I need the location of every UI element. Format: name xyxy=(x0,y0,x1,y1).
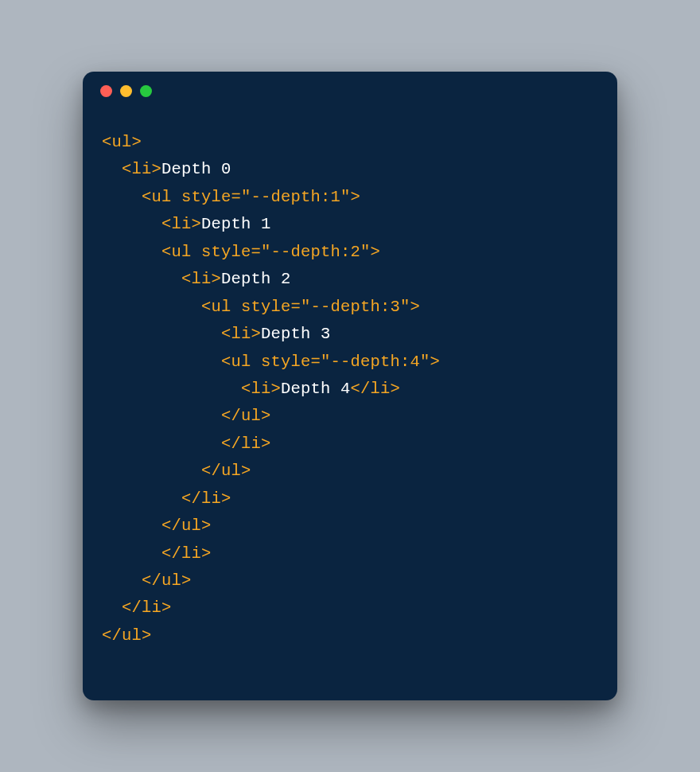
token-tag: = xyxy=(231,188,242,206)
maximize-icon[interactable] xyxy=(140,85,152,97)
code-line: </ul> xyxy=(102,403,598,430)
token-tag: </li> xyxy=(122,598,172,617)
token-tag: = xyxy=(251,243,262,261)
token-tag: > xyxy=(430,353,441,371)
code-line: </ul> xyxy=(102,513,598,540)
code-line: </ul> xyxy=(102,458,598,485)
token-tag: <ul xyxy=(221,353,261,371)
token-tag: </li> xyxy=(221,435,271,453)
token-tag: <ul xyxy=(142,188,181,206)
token-tag: </ul> xyxy=(102,626,152,645)
code-line: </li> xyxy=(102,540,598,567)
token-text: Depth 4 xyxy=(281,380,351,398)
code-block: <ul> <li>Depth 0 <ul style="--depth:1"> … xyxy=(83,110,617,669)
token-tag: <li> xyxy=(161,215,201,233)
code-line: <ul> xyxy=(102,129,598,156)
token-text: Depth 1 xyxy=(201,215,271,233)
token-tag: </ul> xyxy=(142,571,192,590)
token-str: "--depth:3" xyxy=(301,298,410,316)
titlebar xyxy=(83,72,617,110)
close-icon[interactable] xyxy=(100,85,112,97)
code-line: <li>Depth 3 xyxy=(102,321,598,348)
token-tag: <li> xyxy=(241,380,281,398)
code-window: <ul> <li>Depth 0 <ul style="--depth:1"> … xyxy=(83,72,617,700)
token-text: Depth 0 xyxy=(161,160,231,178)
token-tag: <ul xyxy=(201,298,241,316)
token-attr: style xyxy=(261,353,311,371)
code-line: <li>Depth 1 xyxy=(102,211,598,238)
code-line: <ul style="--depth:4"> xyxy=(102,349,598,376)
token-tag: > xyxy=(410,298,421,316)
token-tag: = xyxy=(291,298,301,316)
token-attr: style xyxy=(201,243,251,261)
code-line: <li>Depth 4</li> xyxy=(102,376,598,403)
token-attr: style xyxy=(241,298,291,316)
token-tag: </li> xyxy=(181,489,231,508)
code-line: <ul style="--depth:1"> xyxy=(102,184,598,211)
token-str: "--depth:4" xyxy=(321,353,430,371)
token-text: Depth 2 xyxy=(221,270,291,288)
token-attr: style xyxy=(181,188,231,206)
token-tag: </li> xyxy=(161,544,212,563)
token-tag: </ul> xyxy=(161,517,212,535)
minimize-icon[interactable] xyxy=(120,85,132,97)
token-text: Depth 3 xyxy=(261,325,331,343)
token-tag: </ul> xyxy=(221,407,271,425)
token-str: "--depth:2" xyxy=(261,243,371,261)
token-str: "--depth:1" xyxy=(241,188,351,206)
token-tag: <li> xyxy=(181,270,221,288)
token-tag: </li> xyxy=(351,380,401,398)
token-tag: = xyxy=(311,353,321,371)
code-line: </li> xyxy=(102,485,598,513)
code-line: </li> xyxy=(102,595,598,622)
token-tag: <li> xyxy=(221,325,261,343)
token-tag: <li> xyxy=(122,160,161,178)
token-tag: > xyxy=(351,188,361,206)
token-tag: <ul> xyxy=(102,133,142,151)
token-tag: <ul xyxy=(161,243,201,261)
token-tag: > xyxy=(371,243,381,261)
code-line: <li>Depth 2 xyxy=(102,266,598,293)
code-line: <ul style="--depth:2"> xyxy=(102,239,598,266)
code-line: </ul> xyxy=(102,622,598,649)
code-line: <ul style="--depth:3"> xyxy=(102,294,598,321)
code-line: </ul> xyxy=(102,567,598,595)
code-line: <li>Depth 0 xyxy=(102,156,598,183)
code-line: </li> xyxy=(102,431,598,458)
token-tag: </ul> xyxy=(201,462,251,480)
